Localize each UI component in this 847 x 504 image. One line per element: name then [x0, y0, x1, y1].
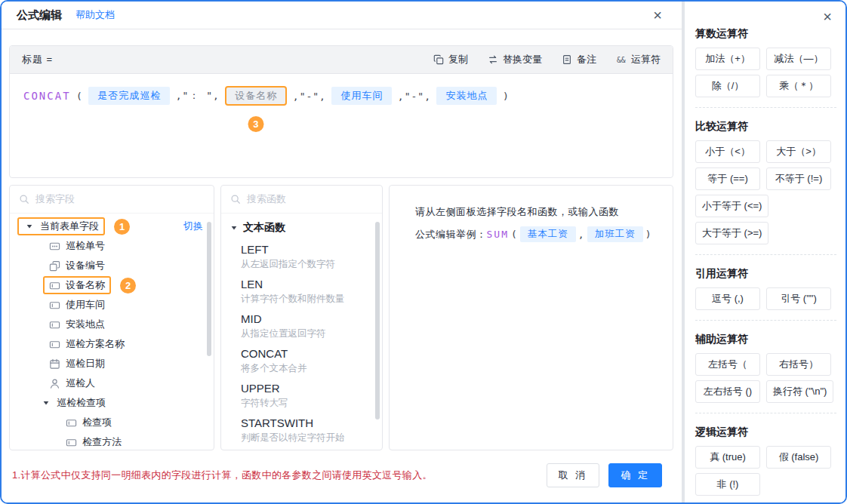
token-text: ,	[578, 229, 585, 240]
operator-button[interactable]: 大于（>）	[766, 140, 831, 163]
operator-button[interactable]: 小于（<）	[695, 140, 760, 163]
tree-item[interactable]: 设备名称 2	[10, 275, 214, 295]
section-title: 逻辑运算符	[695, 426, 836, 439]
function-item[interactable]: UPPER 字符转大写	[221, 378, 382, 413]
tree-item-box: 使用车间	[43, 296, 111, 314]
tree-item[interactable]: 巡检日期	[10, 354, 214, 373]
tree-item-box: 设备编号	[43, 257, 111, 275]
formula-box: 标题 = 复制 替换变量	[9, 45, 673, 178]
tree-item-box: 检查方法	[60, 433, 128, 450]
operator-section-comparison: 比较运算符 小于（<）大于（>）等于 (==)不等于 (!=)小于等于 (<=)…	[695, 120, 836, 244]
operator-button[interactable]: 假 (false)	[766, 446, 831, 469]
operator-button[interactable]: 除（/）	[695, 75, 760, 97]
cancel-button[interactable]: 取 消	[547, 463, 600, 487]
token-text: ,"-",	[293, 91, 326, 102]
formula-token[interactable]: 使用车间	[331, 87, 392, 105]
action-label: 复制	[448, 53, 468, 66]
formula-token[interactable]: 安装地点	[436, 87, 497, 105]
tree-item[interactable]: 检查项	[10, 413, 214, 432]
tree-item[interactable]: 使用车间	[10, 295, 214, 315]
operator-button[interactable]: 右括号）	[766, 353, 831, 376]
example-token: 基本工资	[520, 226, 576, 242]
operator-button[interactable]: 不等于 (!=)	[766, 167, 831, 190]
operator-button[interactable]: 左右括号 ()	[695, 380, 760, 403]
tree-item-box: 安装地点	[43, 315, 111, 333]
formula-token[interactable]: ,"-",	[398, 91, 431, 102]
tree-item[interactable]: 巡检检查项	[10, 393, 214, 413]
token-text: )	[503, 91, 510, 102]
tree-item-box: 巡检检查项	[34, 394, 112, 412]
operator-button[interactable]: 真 (true)	[695, 446, 760, 469]
function-item[interactable]: MID 从指定位置返回字符	[221, 309, 382, 343]
search-icon	[230, 194, 241, 204]
action-icon	[433, 54, 445, 66]
token-text: 基本工资	[528, 228, 568, 241]
operator-button[interactable]: 减法（—）	[766, 48, 831, 70]
function-item[interactable]: LEFT 从左返回指定个数字符	[221, 239, 382, 274]
formula-action-button[interactable]: 备注	[562, 53, 596, 66]
function-search-input[interactable]: 搜索函数	[221, 186, 382, 214]
function-item[interactable]: LEN 计算字符个数和附件数量	[221, 274, 382, 309]
formula-edit-dialog: 公式编辑 帮助文档 × 标题 = 复制 替换变量	[2, 2, 682, 502]
token-text: 是否完成巡检	[97, 89, 161, 103]
operator-button[interactable]: 引号 ("")	[766, 287, 831, 310]
formula-input-area[interactable]: CONCAT ( 是否完成巡检 ,"： ",	[10, 74, 673, 118]
formula-token[interactable]: )	[503, 91, 510, 102]
tree-item[interactable]: 巡检方案名称	[10, 334, 214, 354]
panel-close-icon[interactable]: ×	[823, 9, 832, 24]
formula-toolbar: 标题 = 复制 替换变量	[10, 46, 673, 74]
formula-token[interactable]: ,"： ",	[176, 89, 220, 103]
operator-button[interactable]: 换行符 ("\n")	[766, 380, 833, 403]
formula-token[interactable]: 设备名称 3	[225, 86, 287, 106]
example-token: SUM	[487, 229, 509, 240]
tree-item[interactable]: 当前表单字段 1 切换	[10, 217, 214, 236]
example-label: 公式编辑举例：	[415, 228, 487, 241]
operator-button[interactable]: 非 (!)	[695, 473, 760, 496]
operator-button[interactable]: 大于等于 (>=)	[695, 222, 768, 244]
svg-text:&&: &&	[617, 56, 626, 64]
tree-item[interactable]: 巡检单号	[10, 236, 214, 256]
formula-action-button[interactable]: && 运算符	[616, 53, 661, 66]
function-search-placeholder: 搜索函数	[247, 192, 286, 206]
help-doc-link[interactable]: 帮助文档	[75, 8, 115, 22]
tree-item-label: 设备名称	[66, 278, 105, 292]
section-title: 比较运算符	[695, 120, 836, 134]
function-item[interactable]: CONCAT 将多个文本合并	[221, 343, 382, 378]
field-type-icon	[49, 358, 60, 370]
operator-button[interactable]: 等于 (==)	[695, 167, 760, 190]
formula-action-button[interactable]: 复制	[433, 53, 468, 66]
operator-button[interactable]: 左括号（	[695, 353, 760, 376]
function-item[interactable]: CONTAINS	[221, 447, 382, 450]
section-divider	[695, 413, 836, 413]
function-item[interactable]: STARTSWITH 判断是否以特定字符开始	[221, 413, 382, 447]
function-panel-scrollbar[interactable]	[375, 222, 380, 419]
formula-token[interactable]: 是否完成巡检	[88, 87, 170, 105]
field-panel-scrollbar[interactable]	[207, 222, 211, 356]
formula-action-button[interactable]: 替换变量	[488, 53, 542, 66]
example-token: (	[511, 229, 518, 240]
formula-token[interactable]: (	[76, 91, 83, 102]
field-search-input[interactable]: 搜索字段	[10, 186, 214, 214]
formula-token[interactable]: CONCAT	[23, 90, 71, 102]
operator-button[interactable]: 逗号 (,)	[695, 287, 760, 310]
dialog-close-icon[interactable]: ×	[653, 8, 662, 23]
function-name: CONCAT	[241, 347, 382, 361]
tree-item[interactable]: 安装地点	[10, 315, 214, 334]
formula-token[interactable]: ,"-",	[293, 91, 326, 102]
function-name: UPPER	[241, 382, 382, 395]
tree-item[interactable]: 巡检人	[10, 373, 214, 393]
operator-button[interactable]: 加法（+）	[695, 48, 760, 70]
function-description: 计算字符个数和附件数量	[241, 293, 382, 305]
tree-item[interactable]: 检查方法	[10, 432, 214, 450]
tree-item[interactable]: 设备编号	[10, 256, 214, 275]
operator-button[interactable]: 小于等于 (<=)	[695, 195, 768, 217]
token-text: 安装地点	[445, 89, 488, 103]
operator-button[interactable]: 乘（＊）	[766, 75, 831, 97]
operator-section-logical: 逻辑运算符 真 (true)假 (false)非 (!)	[695, 426, 836, 496]
step-badge: 1	[114, 219, 130, 235]
switch-link[interactable]: 切换	[183, 220, 203, 233]
formula-hint-text: 请从左侧面板选择字段名和函数，或输入函数	[415, 204, 673, 220]
confirm-button[interactable]: 确 定	[608, 463, 662, 487]
function-group-header[interactable]: 文本函数	[221, 218, 382, 239]
formula-target-label: 标题 =	[22, 53, 53, 66]
